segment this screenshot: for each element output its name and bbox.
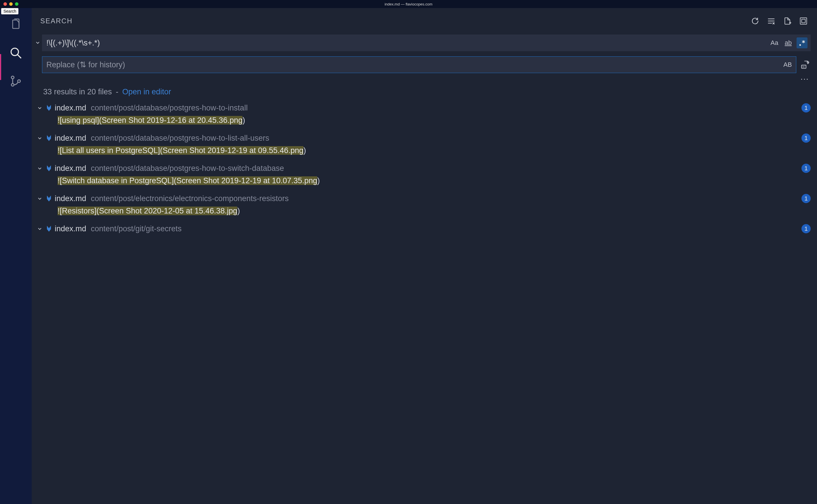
regex-toggle[interactable] <box>797 37 808 48</box>
collapse-results-icon[interactable] <box>799 16 808 26</box>
result-file-header[interactable]: index.mdcontent/post/database/postgres-h… <box>36 102 811 114</box>
clear-results-icon[interactable] <box>766 16 776 26</box>
chevron-down-icon <box>36 195 43 202</box>
result-file-name: index.md <box>55 164 86 173</box>
svg-text:ab: ab <box>806 60 809 63</box>
close-window-button[interactable] <box>3 2 7 6</box>
svg-point-2 <box>11 76 14 79</box>
open-in-editor-link[interactable]: Open in editor <box>122 87 171 96</box>
result-match-line[interactable]: ![using psql](Screen Shot 2019-12-16 at … <box>36 114 811 129</box>
result-match-line[interactable]: ![Switch database in PostgreSQL](Screen … <box>36 175 811 189</box>
chevron-down-icon <box>36 225 43 232</box>
result-count-badge: 1 <box>801 164 811 173</box>
result-file-group: index.mdcontent/post/database/postgres-h… <box>32 132 817 162</box>
replace-placeholder: Replace (⇅ for history) <box>46 60 782 69</box>
search-tab[interactable] <box>9 46 23 60</box>
markdown-file-icon <box>45 225 52 232</box>
explorer-tab[interactable] <box>9 18 23 32</box>
chevron-down-icon <box>36 135 43 142</box>
activity-bar <box>0 8 32 504</box>
markdown-file-icon <box>45 104 52 111</box>
result-match-line[interactable]: ![List all users in PostgreSQL](Screen S… <box>36 144 811 159</box>
source-control-tab[interactable] <box>9 74 23 88</box>
result-file-group: index.mdcontent/post/database/postgres-h… <box>32 162 817 192</box>
search-tooltip: Search <box>1 8 18 14</box>
replace-all-button[interactable]: ac ab <box>800 59 811 70</box>
results-summary-text: 33 results in 20 files <box>43 87 112 96</box>
result-file-name: index.md <box>55 134 86 143</box>
result-file-name: index.md <box>55 224 86 233</box>
toggle-replace-button[interactable] <box>33 35 42 46</box>
result-file-path: content/post/database/postgres-how-to-li… <box>91 134 799 143</box>
result-file-group: index.mdcontent/post/database/postgres-h… <box>32 102 817 132</box>
result-count-badge: 1 <box>801 103 811 112</box>
result-file-path: content/post/database/postgres-how-to-in… <box>91 104 799 112</box>
result-file-path: content/post/electronics/electronics-com… <box>91 194 799 203</box>
svg-point-3 <box>11 83 14 86</box>
result-file-header[interactable]: index.mdcontent/post/database/postgres-h… <box>36 162 811 175</box>
search-input-value: !\[(.+)\]\((.*\s+.*) <box>46 39 769 47</box>
result-file-group: index.mdcontent/post/git/git-secrets1 <box>32 222 817 238</box>
new-search-editor-icon[interactable] <box>782 16 792 26</box>
chevron-down-icon <box>36 165 43 172</box>
chevron-down-icon <box>36 104 43 111</box>
svg-rect-14 <box>799 44 801 46</box>
titlebar: index.md — flaviocopes.com <box>0 0 817 8</box>
minimize-window-button[interactable] <box>9 2 13 6</box>
result-file-header[interactable]: index.mdcontent/post/database/postgres-h… <box>36 132 811 144</box>
search-input[interactable]: !\[(.+)\]\((.*\s+.*) Aa ab <box>42 35 811 51</box>
svg-line-1 <box>18 55 21 58</box>
whole-word-toggle[interactable]: ab <box>783 37 794 48</box>
refresh-icon[interactable] <box>750 16 760 26</box>
svg-rect-12 <box>800 18 807 24</box>
maximize-window-button[interactable] <box>15 2 18 6</box>
result-file-name: index.md <box>55 104 86 112</box>
markdown-file-icon <box>45 195 52 202</box>
svg-rect-13 <box>802 19 805 23</box>
window-title: index.md — flaviocopes.com <box>384 2 433 6</box>
result-file-header[interactable]: index.mdcontent/post/git/git-secrets1 <box>36 222 811 235</box>
result-match-line[interactable]: ![Resistors](Screen Shot 2020-12-05 at 1… <box>36 205 811 219</box>
more-options-button[interactable]: ··· <box>801 74 809 83</box>
result-file-header[interactable]: index.mdcontent/post/electronics/electro… <box>36 192 811 205</box>
result-file-path: content/post/git/git-secrets <box>91 224 799 233</box>
markdown-file-icon <box>45 165 52 172</box>
result-file-group: index.mdcontent/post/electronics/electro… <box>32 192 817 222</box>
svg-point-4 <box>18 80 20 82</box>
result-count-badge: 1 <box>801 194 811 203</box>
preserve-case-toggle[interactable]: AB <box>782 59 793 70</box>
active-tab-indicator <box>0 54 1 80</box>
svg-point-0 <box>11 48 19 56</box>
svg-text:ac: ac <box>802 65 805 68</box>
match-case-toggle[interactable]: Aa <box>769 37 780 48</box>
result-count-badge: 1 <box>801 133 811 143</box>
results-list: index.mdcontent/post/database/postgres-h… <box>32 102 817 504</box>
replace-input[interactable]: Replace (⇅ for history) AB <box>42 56 796 73</box>
markdown-file-icon <box>45 135 52 142</box>
result-file-path: content/post/database/postgres-how-to-sw… <box>91 164 799 173</box>
result-count-badge: 1 <box>801 224 811 233</box>
search-panel: SEARCH <box>32 8 817 504</box>
result-file-name: index.md <box>55 194 86 203</box>
panel-title: SEARCH <box>40 17 73 25</box>
